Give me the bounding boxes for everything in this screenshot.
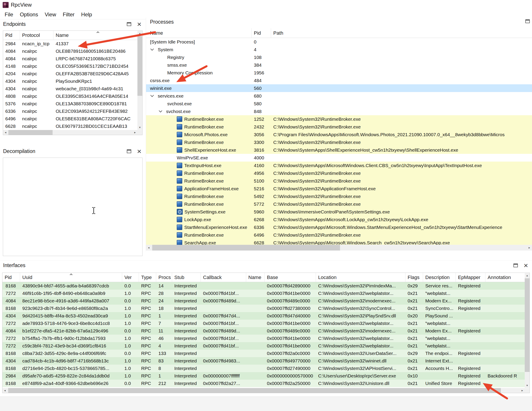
- column-header-name[interactable]: Name: [146, 28, 252, 38]
- endpoint-row[interactable]: 4304ncalrpcPlaySoundKRpc1: [3, 77, 142, 85]
- scroll-right-icon[interactable]: [133, 130, 137, 135]
- endpoint-row[interactable]: 4084ncalrpcLRPC-b676874210088c6375: [3, 55, 142, 63]
- scrollbar-thumb[interactable]: [137, 36, 142, 96]
- interface-row[interactable]: 727246f91c6b-1f95-4bff-8490-eb648ca0a9b9…: [2, 290, 530, 297]
- endpoint-row[interactable]: 4304ncalrpcwebcache_{031b98cf-4a69-4c31: [3, 85, 142, 92]
- process-row[interactable]: RuntimeBroker.exe5772C:\Windows\System32…: [146, 200, 532, 208]
- column-header-annotation[interactable]: Annotation: [485, 273, 530, 282]
- interface-row[interactable]: 40848ec21e98-b5ce-4916-a3d6-449fa428a007…: [2, 297, 530, 305]
- process-row[interactable]: [System Idle Process]0: [146, 38, 532, 46]
- menu-filter[interactable]: Filter: [59, 11, 78, 18]
- endpoints-titlebar[interactable]: Endpoints: [0, 19, 145, 29]
- column-header-type[interactable]: Type: [139, 273, 156, 282]
- scroll-down-icon[interactable]: [525, 383, 530, 388]
- column-header-flags[interactable]: Flags: [405, 273, 423, 282]
- scroll-right-icon[interactable]: [520, 388, 525, 393]
- column-header-stub[interactable]: Stub: [172, 273, 201, 282]
- endpoint-row[interactable]: 4204ncalrpcOLEFFA2B53B78E029D6C428A45: [3, 70, 142, 77]
- endpoint-row[interactable]: 5376ncalrpcOLE13A388703809CE890D18781: [3, 100, 142, 108]
- close-panel-icon[interactable]: [524, 262, 528, 269]
- column-header-ver[interactable]: Ver: [122, 273, 139, 282]
- scroll-up-icon[interactable]: [137, 31, 142, 36]
- column-header-location[interactable]: Location: [316, 273, 405, 282]
- endpoint-row[interactable]: 2984ncacn_ip_tcp41337: [3, 40, 142, 47]
- column-header-path[interactable]: Path: [271, 28, 532, 38]
- menu-file[interactable]: File: [1, 11, 17, 18]
- endpoints-horizontal-scrollbar[interactable]: [3, 130, 137, 135]
- decompilation-view[interactable]: [3, 158, 142, 256]
- menu-help[interactable]: Help: [78, 11, 95, 18]
- column-header-procs[interactable]: Procs: [156, 273, 172, 282]
- interface-row[interactable]: 7272c59c3bf4-7812-43e9-bc34-d369f1cf8416…: [2, 342, 530, 350]
- process-row[interactable]: RuntimeBroker.exe4956C:\Windows\System32…: [146, 169, 532, 177]
- scroll-up-icon[interactable]: [525, 273, 530, 278]
- column-header-pid[interactable]: Pid: [3, 31, 20, 40]
- process-row[interactable]: System4: [146, 46, 532, 54]
- endpoint-row[interactable]: 6336ncalrpcOLE2C093A9524212FEFB43E982: [3, 108, 142, 115]
- menu-options[interactable]: Options: [17, 11, 42, 18]
- menu-view[interactable]: View: [41, 11, 59, 18]
- scrollbar-thumb[interactable]: [8, 130, 53, 135]
- close-panel-icon[interactable]: [137, 147, 141, 155]
- column-header-callback[interactable]: Callback: [201, 273, 246, 282]
- column-header-base[interactable]: Base: [265, 273, 316, 282]
- process-row[interactable]: ApplicationFrameHost.exe5216C:\Windows\S…: [146, 185, 532, 192]
- scrollbar-thumb[interactable]: [525, 278, 530, 372]
- interface-row[interactable]: 8168d2716e94-25cb-4820-bc15-5378665785..…: [2, 365, 530, 372]
- endpoints-vertical-scrollbar[interactable]: [137, 31, 142, 130]
- decompilation-titlebar[interactable]: Decompilation: [0, 146, 145, 156]
- scroll-left-icon[interactable]: [2, 388, 7, 393]
- scrollbar-thumb[interactable]: [8, 388, 501, 393]
- interfaces-horizontal-scrollbar[interactable]: [2, 388, 525, 393]
- chevron-expanded-icon[interactable]: [159, 109, 162, 113]
- column-header-protocol[interactable]: Protocol: [20, 31, 53, 40]
- interface-row[interactable]: 7272ade78933-5718-4476-9ce3-6be8cc4d1cc8…: [2, 320, 530, 327]
- process-row[interactable]: smss.exe384: [146, 61, 532, 69]
- chevron-expanded-icon[interactable]: [151, 47, 154, 51]
- process-row[interactable]: Microsoft.Photos.exe3056C:\Program Files…: [146, 131, 532, 138]
- process-row[interactable]: RuntimeBroker.exe6496C:\Windows\System32…: [146, 231, 532, 239]
- process-row[interactable]: ⚙SystemSettings.exe5960C:\Windows\Immers…: [146, 208, 532, 216]
- process-row[interactable]: wininit.exe560: [146, 84, 532, 92]
- interface-row[interactable]: 8168c8ba73d2-3d55-429c-8e9a-c44f006f69fc…: [2, 350, 530, 357]
- interface-row[interactable]: 8168923c9623-db7f-4b34-9e6d-e86580f8ca2a…: [2, 305, 530, 312]
- process-row[interactable]: csrss.exe484: [146, 77, 532, 84]
- endpoint-row[interactable]: 6496ncalrpcOLE5BE631BEA808AC7220F6CAC: [3, 115, 142, 122]
- column-header-pid[interactable]: Pid: [2, 273, 20, 282]
- process-row[interactable]: RuntimeBroker.exe5100C:\Windows\System32…: [146, 177, 532, 185]
- process-row[interactable]: RuntimeBroker.exe1252C:\Windows\System32…: [146, 115, 532, 123]
- interfaces-vertical-scrollbar[interactable]: [525, 273, 530, 388]
- scroll-left-icon[interactable]: [3, 130, 8, 135]
- process-row[interactable]: ShellExperienceHost.exe3816C:\Windows\Sy…: [146, 146, 532, 154]
- process-row[interactable]: WmiPrvSE.exe4000: [146, 154, 532, 162]
- process-row[interactable]: RuntimeBroker.exe3300C:\Windows\System32…: [146, 138, 532, 146]
- process-row[interactable]: Registry108: [146, 54, 532, 61]
- interface-row[interactable]: 816843890c94-bfd7-4655-ad6a-b4a68397cdcb…: [2, 282, 530, 290]
- undock-panel-icon[interactable]: [127, 149, 131, 153]
- interface-row[interactable]: 7272b754ffa1-7b7b-4fb1-9d0c-f12bbda17593…: [2, 335, 530, 342]
- process-row[interactable]: TextInputHost.exe4160C:\Windows\SystemAp…: [146, 162, 532, 169]
- endpoint-row[interactable]: 6628ncalrpcOLE90797312BD01CEC1EAAB13: [3, 122, 142, 130]
- column-header-name[interactable]: Name: [246, 273, 265, 282]
- process-row[interactable]: RuntimeBroker.exe2432C:\Windows\System32…: [146, 123, 532, 131]
- endpoint-row[interactable]: 4808ncalrpcOLE3395C8534146A4CFBA05E14: [3, 92, 142, 100]
- interface-row[interactable]: 8168e8748f69-a2a4-40df-9366-62dbeb696e26…: [2, 380, 530, 387]
- scroll-right-icon[interactable]: [527, 245, 532, 251]
- processes-titlebar[interactable]: Processes: [146, 18, 532, 26]
- process-row[interactable]: svchost.exe580: [146, 100, 532, 108]
- process-row[interactable]: RuntimeBroker.exe5492C:\Windows\System32…: [146, 192, 532, 200]
- process-row[interactable]: StartMenuExperienceHost.exe6336C:\Window…: [146, 223, 532, 231]
- endpoint-row[interactable]: 4148ncalrpcOLEC05F5369E5172BC71BD2454: [3, 63, 142, 70]
- column-header-pid[interactable]: Pid: [252, 28, 271, 38]
- column-header-epmapper[interactable]: EpMapper: [456, 273, 485, 282]
- undock-panel-icon[interactable]: [525, 19, 530, 23]
- process-row[interactable]: svchost.exe848: [146, 108, 532, 115]
- undock-panel-icon[interactable]: [513, 264, 518, 267]
- undock-panel-icon[interactable]: [127, 22, 131, 26]
- close-panel-icon[interactable]: [137, 20, 141, 28]
- process-row[interactable]: SearchApp.exe6628C:\Windows\SystemApps\M…: [146, 239, 532, 245]
- chevron-expanded-icon[interactable]: [151, 94, 154, 97]
- interfaces-titlebar[interactable]: Interfaces: [0, 261, 532, 270]
- process-row[interactable]: LockApp.exe6268C:\Windows\SystemApps\Mic…: [146, 216, 532, 223]
- scroll-down-icon[interactable]: [137, 125, 142, 130]
